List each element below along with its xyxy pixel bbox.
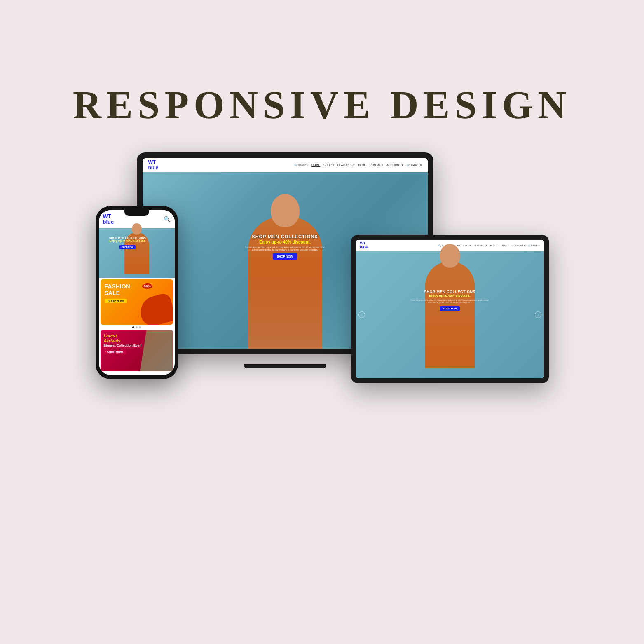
tablet-screen: WT blue 🔍 SEARCH HOME SHOP ▾ FEATURES ▾ … [356, 240, 544, 378]
mobile-banner1-btn[interactable]: SHOP NOW [105, 299, 127, 303]
desktop-hero-body: Lorem ipsum dolor sit amet, consectetur … [244, 246, 326, 251]
tablet-hero-head [440, 244, 460, 268]
mobile-hero-head [132, 223, 142, 235]
mobile-banner2-btn[interactable]: SHOP NOW [104, 350, 126, 354]
mobile-logo: WT blue [103, 213, 114, 225]
tablet-device: WT blue 🔍 SEARCH HOME SHOP ▾ FEATURES ▾ … [351, 235, 549, 383]
desktop-hero-subtitle: Enjoy up-to 40% discount. [244, 240, 326, 244]
tablet-hero-text: SHOP MEN COLLECTIONS Enjoy up-to 40% dis… [409, 290, 491, 311]
nav-features[interactable]: FEATURES ▾ [337, 164, 355, 167]
mobile-frame: WT blue 🔍 SHOP MEN COLLECTIONS Enjoy up-… [96, 206, 178, 379]
desktop-navbar: WT blue 🔍 SEARCH HOME SHOP ▾ FEATURES ▾ … [143, 158, 428, 172]
tablet-hero-subtitle: Enjoy up-to 40% discount. [409, 294, 491, 297]
dot-3[interactable] [139, 326, 141, 328]
mobile-shoe-graphic [137, 292, 173, 325]
tablet-hero-title: SHOP MEN COLLECTIONS [409, 290, 491, 294]
mobile-banner-2: LatestArrivals Biggest Collection Ever! … [101, 330, 173, 371]
nav-shop[interactable]: SHOP ▾ [323, 164, 334, 167]
tablet-nav-shop[interactable]: SHOP ▾ [463, 244, 471, 247]
tablet-nav-blog[interactable]: BLOG [490, 244, 496, 247]
carousel-dots [99, 326, 175, 328]
desktop-hero-text: SHOP MEN COLLECTIONS Enjoy up-to 40% dis… [244, 234, 326, 260]
tablet-nav-contact[interactable]: CONTACT [499, 244, 510, 247]
mobile-search-icon[interactable]: 🔍 [164, 216, 171, 222]
mobile-bottom-nav: ☰ ⌂ ☺ 🛒 [99, 373, 175, 375]
mobile-device: WT blue 🔍 SHOP MEN COLLECTIONS Enjoy up-… [96, 206, 178, 379]
tablet-hero-person [425, 261, 475, 368]
tablet-nav-account[interactable]: ACCOUNT ▾ [512, 244, 525, 247]
desktop-shop-now-btn[interactable]: SHOP NOW [273, 253, 297, 260]
tablet-arrow-right[interactable]: → [535, 311, 541, 318]
desktop-hero-title: SHOP MEN COLLECTIONS [244, 234, 326, 239]
nav-home[interactable]: HOME [311, 164, 320, 166]
desktop-nav-links[interactable]: 🔍 SEARCH HOME SHOP ▾ FEATURES ▾ BLOG CON… [294, 164, 422, 167]
mobile-hero-subtitle: Enjoy up-to 40% discount. [103, 239, 152, 242]
mobile-hero-text: SHOP MEN COLLECTIONS Enjoy up-to 40% dis… [103, 237, 152, 250]
nav-cart[interactable]: 🛒 CART: 0 [407, 164, 422, 167]
mobile-screen: WT blue 🔍 SHOP MEN COLLECTIONS Enjoy up-… [99, 210, 175, 375]
tablet-frame: WT blue 🔍 SEARCH HOME SHOP ▾ FEATURES ▾ … [351, 235, 549, 383]
desktop-logo: WT blue [148, 160, 159, 171]
mobile-hero-title: SHOP MEN COLLECTIONS [103, 237, 152, 239]
dot-2[interactable] [136, 326, 138, 328]
tablet-nav-cart[interactable]: 🛒 CART: 0 [528, 244, 540, 247]
mobile-notch [124, 210, 149, 216]
mobile-banner-1: FASHION SALE 50% SHOP NOW [101, 279, 173, 325]
mobile-hero: SHOP MEN COLLECTIONS Enjoy up-to 40% dis… [99, 228, 175, 278]
tablet-hero-body: Lorem ipsum dolor sit amet, consectetur … [409, 299, 491, 304]
mobile-shop-btn[interactable]: SHOP NOW [119, 245, 136, 249]
desktop-person-head [271, 194, 300, 227]
desktop-base [244, 364, 326, 368]
nav-blog[interactable]: BLOG [358, 164, 366, 166]
nav-search[interactable]: 🔍 SEARCH [294, 164, 308, 166]
tablet-shop-btn[interactable]: SHOP NOW [440, 306, 460, 311]
page-title: RESPONSIVE DESIGN [73, 82, 571, 128]
tablet-arrow-left[interactable]: ← [358, 311, 365, 318]
dot-1[interactable] [132, 326, 134, 328]
tablet-hero: SHOP MEN COLLECTIONS Enjoy up-to 40% dis… [356, 251, 544, 378]
tablet-nav-features[interactable]: FEATURES ▾ [474, 244, 487, 247]
nav-account[interactable]: ACCOUNT ▾ [386, 164, 403, 167]
nav-contact[interactable]: CONTACT [370, 164, 383, 166]
devices-container: WT blue 🔍 SEARCH HOME SHOP ▾ FEATURES ▾ … [96, 152, 549, 474]
tablet-logo: WT blue [360, 241, 368, 250]
